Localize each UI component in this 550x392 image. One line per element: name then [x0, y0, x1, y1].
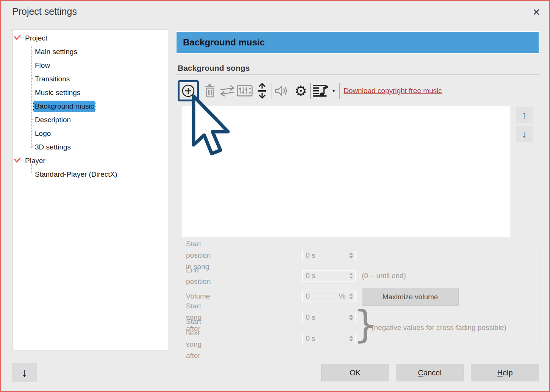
- spin-down-icon[interactable]: [349, 339, 353, 342]
- end-position-note: (0 = until end): [362, 272, 406, 280]
- toolbar-separator: [310, 83, 311, 99]
- spin-up-icon[interactable]: [349, 293, 353, 296]
- playlist-dropdown-icon[interactable]: ▼: [329, 88, 339, 93]
- add-icon: [181, 84, 195, 98]
- tree-item-label[interactable]: Transitions: [34, 74, 71, 84]
- start-next-song-after-spinner[interactable]: 0 s: [302, 333, 356, 344]
- tree-item-logo[interactable]: Logo: [12, 126, 169, 140]
- volume-button[interactable]: [273, 81, 290, 101]
- move-dialog-down-button[interactable]: ↓: [12, 363, 37, 382]
- trash-icon: [204, 84, 216, 98]
- field-value: 0 s: [306, 272, 349, 280]
- close-icon[interactable]: ✕: [530, 5, 543, 19]
- tree-item-label[interactable]: Player: [24, 156, 47, 166]
- spin-up-icon[interactable]: [349, 273, 353, 275]
- tree-item-label[interactable]: Music settings: [34, 87, 81, 98]
- tree-item-description[interactable]: Description: [12, 113, 169, 126]
- ok-label: OK: [350, 369, 361, 377]
- toolbar-separator: [291, 83, 291, 99]
- tree-item-standard-player[interactable]: Standard-Player (DirectX): [12, 167, 169, 181]
- gear-icon: ⚙: [294, 84, 307, 98]
- move-song-down-button[interactable]: ↓: [516, 126, 533, 142]
- tree-item-main-settings[interactable]: Main settings: [12, 45, 169, 58]
- arrow-down-icon: ↓: [22, 366, 27, 379]
- expander-icon[interactable]: [14, 35, 21, 41]
- crossfade-note: (negative values for cross-fading possib…: [372, 324, 506, 332]
- tree-item-label[interactable]: Description: [34, 115, 72, 125]
- spin-up-icon[interactable]: [349, 252, 353, 255]
- vertical-expand-icon: [256, 82, 268, 99]
- ok-button[interactable]: OK: [321, 364, 389, 381]
- spin-down-icon[interactable]: [349, 256, 353, 258]
- project-settings-dialog: Project settings ✕ Project Main settings…: [0, 0, 550, 392]
- tree-item-label[interactable]: Project: [24, 33, 48, 44]
- field-value: 0 s: [306, 334, 349, 343]
- equalizer-button[interactable]: [236, 81, 253, 101]
- tree-item-label[interactable]: Flow: [34, 60, 51, 71]
- dialog-title: Project settings: [12, 6, 77, 17]
- field-value: 0: [306, 292, 339, 300]
- field-label: Start next song after: [186, 316, 202, 361]
- spin-down-icon[interactable]: [349, 277, 353, 279]
- section-divider: [176, 75, 539, 75]
- page-header-title: Background music: [183, 37, 265, 48]
- tree-item-3d-settings[interactable]: 3D settings: [12, 140, 169, 154]
- spin-down-icon[interactable]: [349, 318, 353, 320]
- tree-item-transitions[interactable]: Transitions: [12, 72, 169, 86]
- download-music-link[interactable]: Download copyright free music: [344, 87, 442, 95]
- start-position-spinner[interactable]: 0 s: [302, 250, 356, 261]
- settings-button[interactable]: ⚙: [292, 81, 309, 101]
- cancel-label: Cancel: [418, 369, 441, 377]
- tree-item-music-settings[interactable]: Music settings: [12, 86, 169, 99]
- spin-arrows[interactable]: [349, 252, 353, 258]
- help-label: Help: [497, 369, 512, 377]
- spin-up-icon[interactable]: [349, 314, 353, 317]
- spin-down-icon[interactable]: [349, 297, 353, 299]
- tree-item-label[interactable]: Standard-Player (DirectX): [34, 169, 119, 180]
- field-unit: %: [339, 292, 345, 300]
- page-header: Background music: [176, 31, 539, 54]
- tree-item-player[interactable]: Player: [12, 154, 169, 167]
- tree-item-label[interactable]: Logo: [34, 128, 52, 139]
- shuffle-songs-button[interactable]: [219, 81, 236, 101]
- tree-item-label[interactable]: Main settings: [34, 47, 78, 57]
- volume-spinner[interactable]: 0 %: [302, 291, 356, 302]
- background-songs-list[interactable]: [182, 106, 510, 237]
- tree-item-background-music[interactable]: Background music: [12, 99, 169, 113]
- toolbar-separator: [272, 83, 272, 99]
- tree-item-label[interactable]: 3D settings: [34, 142, 72, 152]
- song-properties-panel: Start position in song 0 s End position …: [182, 242, 539, 350]
- expander-icon[interactable]: [14, 157, 21, 163]
- spin-arrows[interactable]: [349, 314, 353, 320]
- arrow-down-icon: ↓: [522, 128, 527, 140]
- spin-arrows[interactable]: [349, 336, 353, 342]
- cancel-button[interactable]: Cancel: [396, 364, 464, 381]
- speaker-icon: [275, 85, 288, 97]
- move-song-up-button[interactable]: ↑: [516, 107, 533, 123]
- end-position-spinner[interactable]: 0 s: [302, 270, 356, 282]
- start-song-after-spinner[interactable]: 0 s: [302, 312, 356, 323]
- expand-vertical-button[interactable]: [253, 81, 271, 101]
- field-value: 0 s: [306, 313, 349, 322]
- help-button[interactable]: Help: [471, 364, 539, 381]
- arrow-up-icon: ↑: [522, 109, 527, 121]
- field-value: 0 s: [306, 251, 349, 260]
- mixer-icon: [237, 85, 253, 96]
- swap-arrows-icon: [219, 85, 235, 97]
- delete-song-button[interactable]: [201, 81, 219, 101]
- tree-item-flow[interactable]: Flow: [12, 58, 169, 72]
- add-song-button[interactable]: [178, 80, 199, 101]
- section-title: Background songs: [178, 64, 250, 73]
- field-label: End position: [186, 264, 211, 287]
- songs-toolbar: ⚙ ▼ Download copyright free music: [201, 81, 442, 101]
- spin-up-icon[interactable]: [349, 336, 353, 338]
- playlist-button[interactable]: [311, 81, 329, 101]
- playlist-music-icon: [312, 84, 328, 98]
- maximize-volume-label: Maximize volume: [383, 293, 438, 301]
- settings-tree: Project Main settings Flow Transitions M…: [12, 29, 169, 350]
- spin-arrows[interactable]: [349, 273, 353, 279]
- tree-item-project[interactable]: Project: [12, 31, 169, 45]
- spin-arrows[interactable]: [349, 293, 353, 299]
- tree-item-label-selected[interactable]: Background music: [34, 101, 95, 112]
- toolbar-separator: [339, 83, 340, 99]
